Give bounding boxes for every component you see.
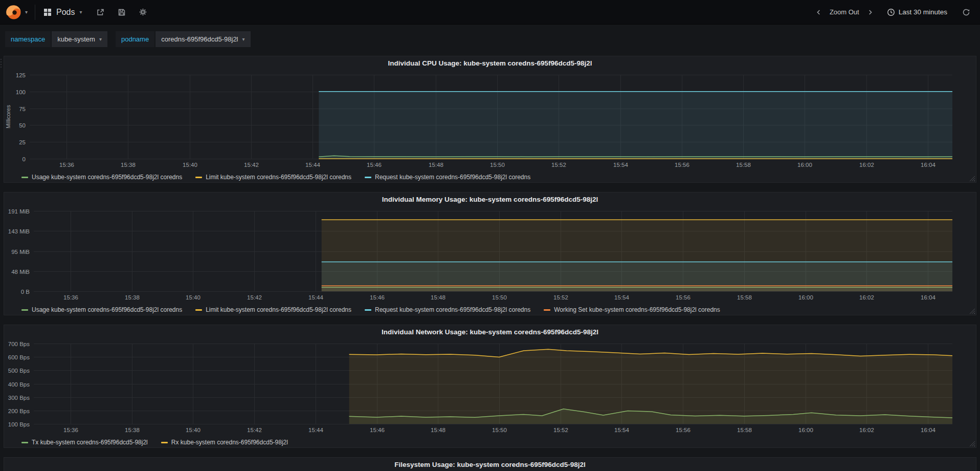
- legend-item[interactable]: Working Set kube-system coredns-695f96dc…: [544, 306, 720, 313]
- svg-text:15:48: 15:48: [431, 427, 446, 433]
- svg-text:16:02: 16:02: [859, 427, 874, 433]
- time-controls: Zoom Out Last 30 minutes: [813, 7, 980, 18]
- chart-canvas-svg: 15:3615:3815:4015:4215:4415:4615:4815:50…: [4, 207, 976, 304]
- svg-text:16:00: 16:00: [798, 294, 813, 301]
- legend-item[interactable]: Request kube-system coredns-695f96dcd5-9…: [365, 174, 530, 181]
- legend-item[interactable]: Limit kube-system coredns-695f96dcd5-98j…: [195, 306, 351, 313]
- variable-podname: podname coredns-695f96dcd5-98j2l ▾: [116, 31, 251, 47]
- svg-text:15:38: 15:38: [121, 162, 136, 168]
- svg-text:100: 100: [16, 89, 26, 95]
- svg-text:15:38: 15:38: [125, 427, 140, 433]
- chart-canvas-svg: 15:3615:3815:4015:4215:4415:4615:4815:50…: [4, 71, 976, 171]
- shift-time-back-button[interactable]: [813, 7, 825, 18]
- dashboard: Individual CPU Usage: kube-system coredn…: [0, 56, 980, 471]
- svg-text:15:42: 15:42: [247, 294, 262, 301]
- dashboard-actions: [91, 7, 149, 18]
- legend-series-color-icon: [21, 442, 28, 443]
- save-button[interactable]: [116, 7, 127, 18]
- memory-usage-chart[interactable]: 15:3615:3815:4015:4215:4415:4615:4815:50…: [4, 207, 976, 304]
- legend-series-name: Usage kube-system coredns-695f96dcd5-98j…: [32, 174, 182, 181]
- svg-text:Millicores: Millicores: [5, 105, 11, 129]
- legend-item[interactable]: Request kube-system coredns-695f96dcd5-9…: [365, 306, 530, 313]
- top-navbar: ▾ Pods ▾: [0, 0, 980, 25]
- svg-text:15:50: 15:50: [492, 427, 507, 433]
- legend-item[interactable]: Usage kube-system coredns-695f96dcd5-98j…: [21, 306, 182, 313]
- panel-title-cpu[interactable]: Individual CPU Usage: kube-system coredn…: [4, 56, 976, 71]
- svg-text:15:56: 15:56: [676, 294, 691, 301]
- clock-icon: [887, 8, 895, 16]
- variable-namespace-label: namespace: [5, 31, 51, 47]
- svg-text:300 Bps: 300 Bps: [8, 395, 30, 401]
- svg-text:400 Bps: 400 Bps: [8, 381, 30, 388]
- svg-text:15:48: 15:48: [429, 162, 443, 168]
- panel-title-filesystem[interactable]: Filesystem Usage: kube-system coredns-69…: [4, 458, 976, 471]
- svg-text:15:40: 15:40: [186, 294, 201, 301]
- dashboard-picker[interactable]: Pods ▾: [35, 0, 91, 24]
- legend-series-color-icon: [161, 442, 168, 443]
- svg-text:100 Bps: 100 Bps: [8, 421, 30, 427]
- legend-series-color-icon: [195, 177, 202, 178]
- svg-text:15:58: 15:58: [736, 162, 751, 168]
- legend-series-color-icon: [365, 309, 371, 311]
- grafana-logo-icon: [6, 5, 21, 20]
- legend-item[interactable]: Tx kube-system coredns-695f96dcd5-98j2l: [21, 439, 148, 446]
- cpu-usage-chart[interactable]: 15:3615:3815:4015:4215:4415:4615:4815:50…: [4, 71, 976, 171]
- svg-text:16:00: 16:00: [798, 427, 813, 433]
- legend-series-name: Usage kube-system coredns-695f96dcd5-98j…: [32, 306, 182, 313]
- legend-series-color-icon: [21, 309, 28, 311]
- svg-text:16:02: 16:02: [859, 162, 874, 168]
- svg-text:0 B: 0 B: [21, 289, 30, 295]
- chart-canvas-svg: 15:3615:3815:4015:4215:4415:4615:4815:50…: [4, 339, 976, 436]
- refresh-button[interactable]: [961, 7, 972, 18]
- svg-text:15:58: 15:58: [737, 294, 752, 301]
- svg-text:15:50: 15:50: [490, 162, 505, 168]
- svg-text:16:00: 16:00: [797, 162, 812, 168]
- caret-down-icon: ▾: [99, 37, 102, 42]
- svg-text:15:38: 15:38: [125, 294, 140, 301]
- network-usage-chart[interactable]: 15:3615:3815:4015:4215:4415:4615:4815:50…: [4, 339, 976, 436]
- variable-podname-dropdown[interactable]: coredns-695f96dcd5-98j2l ▾: [155, 31, 250, 47]
- svg-text:48 MiB: 48 MiB: [11, 269, 30, 275]
- svg-text:0: 0: [23, 156, 26, 162]
- settings-button[interactable]: [138, 7, 149, 18]
- caret-down-icon: ▾: [242, 37, 245, 42]
- share-button[interactable]: [95, 7, 106, 18]
- svg-text:15:48: 15:48: [431, 294, 446, 301]
- svg-text:15:36: 15:36: [59, 162, 74, 168]
- svg-text:15:58: 15:58: [737, 427, 752, 433]
- zoom-out-button[interactable]: Zoom Out: [828, 8, 861, 16]
- org-switcher[interactable]: ▾: [0, 0, 35, 24]
- svg-text:15:54: 15:54: [614, 427, 629, 433]
- svg-text:16:04: 16:04: [921, 294, 936, 301]
- svg-text:15:44: 15:44: [305, 162, 320, 168]
- dashboard-title: Pods: [56, 8, 75, 17]
- org-caret-down-icon: ▾: [25, 10, 28, 15]
- legend-series-color-icon: [195, 309, 202, 311]
- panel-filesystem-usage: Filesystem Usage: kube-system coredns-69…: [4, 457, 976, 471]
- svg-text:16:02: 16:02: [859, 294, 874, 301]
- svg-text:25: 25: [19, 139, 26, 145]
- svg-text:50: 50: [19, 122, 26, 129]
- panel-title-memory[interactable]: Individual Memory Usage: kube-system cor…: [4, 192, 976, 207]
- svg-text:15:44: 15:44: [308, 294, 323, 301]
- svg-text:15:50: 15:50: [492, 294, 507, 301]
- variable-namespace-dropdown[interactable]: kube-system ▾: [52, 31, 107, 47]
- panel-title-network[interactable]: Individual Network Usage: kube-system co…: [4, 325, 976, 339]
- svg-text:15:44: 15:44: [308, 427, 323, 433]
- legend-item[interactable]: Limit kube-system coredns-695f96dcd5-98j…: [195, 174, 351, 181]
- legend-item[interactable]: Usage kube-system coredns-695f96dcd5-98j…: [21, 174, 182, 181]
- svg-text:15:36: 15:36: [63, 427, 78, 433]
- shift-time-forward-button[interactable]: [864, 7, 876, 18]
- legend-series-name: Working Set kube-system coredns-695f96dc…: [554, 306, 720, 313]
- legend-series-name: Request kube-system coredns-695f96dcd5-9…: [375, 306, 530, 313]
- variable-podname-value: coredns-695f96dcd5-98j2l: [161, 35, 238, 43]
- svg-text:15:56: 15:56: [676, 427, 691, 433]
- panel-cpu-usage: Individual CPU Usage: kube-system coredn…: [4, 56, 976, 183]
- time-range-button[interactable]: Last 30 minutes: [887, 8, 947, 16]
- legend-item[interactable]: Rx kube-system coredns-695f96dcd5-98j2l: [161, 439, 288, 446]
- variable-namespace: namespace kube-system ▾: [5, 31, 107, 47]
- svg-text:15:46: 15:46: [370, 427, 385, 433]
- svg-text:15:52: 15:52: [551, 162, 566, 168]
- svg-text:15:52: 15:52: [553, 427, 568, 433]
- cpu-legend: Usage kube-system coredns-695f96dcd5-98j…: [4, 171, 976, 183]
